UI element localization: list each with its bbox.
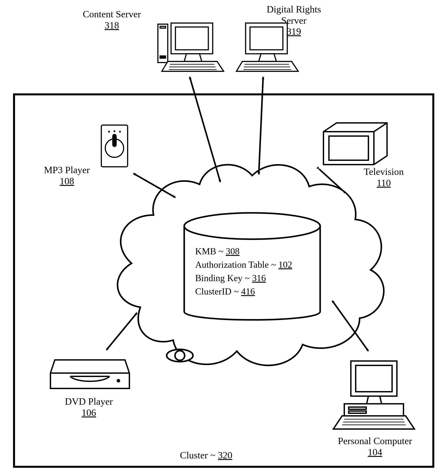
server-icon: [236, 23, 298, 71]
television-label: Television 110: [351, 166, 417, 188]
binding-key-label: Binding Key ~: [195, 273, 252, 283]
svg-rect-32: [349, 407, 366, 409]
database-contents: KMB ~ 308 Authorization Table ~ 102 Bind…: [195, 245, 318, 298]
dvd-player-text: DVD Player: [65, 396, 113, 407]
svg-rect-25: [329, 136, 368, 160]
mp3-player-ref: 108: [60, 176, 74, 187]
svg-point-14: [175, 351, 185, 360]
dvd-player-label: DVD Player 106: [54, 396, 124, 418]
svg-rect-33: [349, 411, 366, 413]
kmb-ref: 308: [226, 246, 239, 256]
television-text: Television: [364, 166, 404, 177]
computer-icon: [333, 361, 415, 429]
svg-rect-1: [160, 56, 166, 58]
cluster-ref: 320: [218, 450, 232, 461]
svg-rect-30: [356, 365, 392, 392]
auth-table-row: Authorization Table ~ 102: [195, 258, 318, 272]
diagram-stage: Content Server 318 Digital Rights Server…: [0, 0, 448, 476]
cluster-id-ref: 416: [241, 286, 255, 296]
svg-rect-9: [250, 27, 283, 50]
svg-line-41: [106, 313, 137, 350]
cluster-text: Cluster ~: [180, 450, 218, 461]
cluster-id-label: ClusterID ~: [195, 286, 241, 296]
cluster-label: Cluster ~ 320: [167, 450, 246, 461]
dvd-player-icon: [50, 360, 129, 388]
svg-rect-4: [175, 27, 208, 50]
svg-line-38: [259, 77, 263, 175]
svg-point-15: [184, 213, 320, 239]
binding-key-ref: 316: [252, 273, 266, 283]
svg-point-21: [119, 131, 121, 133]
personal-computer-ref: 104: [368, 447, 382, 458]
television-ref: 110: [377, 177, 391, 188]
svg-rect-18: [112, 134, 117, 147]
dvd-player-ref: 106: [82, 407, 96, 418]
mp3-player-text: MP3 Player: [44, 164, 90, 175]
auth-table-ref: 102: [278, 260, 292, 270]
binding-key-row: Binding Key ~ 316: [195, 272, 318, 285]
television-icon: [323, 123, 387, 164]
cluster-id-row: ClusterID ~ 416: [195, 285, 318, 298]
kmb-row: KMB ~ 308: [195, 245, 318, 258]
svg-rect-2: [160, 26, 166, 28]
kmb-label: KMB ~: [195, 246, 226, 256]
personal-computer-label: Personal Computer 104: [327, 436, 423, 458]
mp3-player-label: MP3 Player 108: [34, 164, 100, 187]
auth-table-label: Authorization Table ~: [195, 260, 278, 270]
svg-line-37: [190, 77, 220, 182]
svg-point-19: [108, 131, 110, 133]
svg-point-28: [117, 379, 120, 383]
personal-computer-text: Personal Computer: [338, 436, 412, 446]
svg-point-20: [114, 130, 115, 132]
mp3-player-icon: [101, 125, 128, 167]
server-icon: [158, 23, 224, 71]
